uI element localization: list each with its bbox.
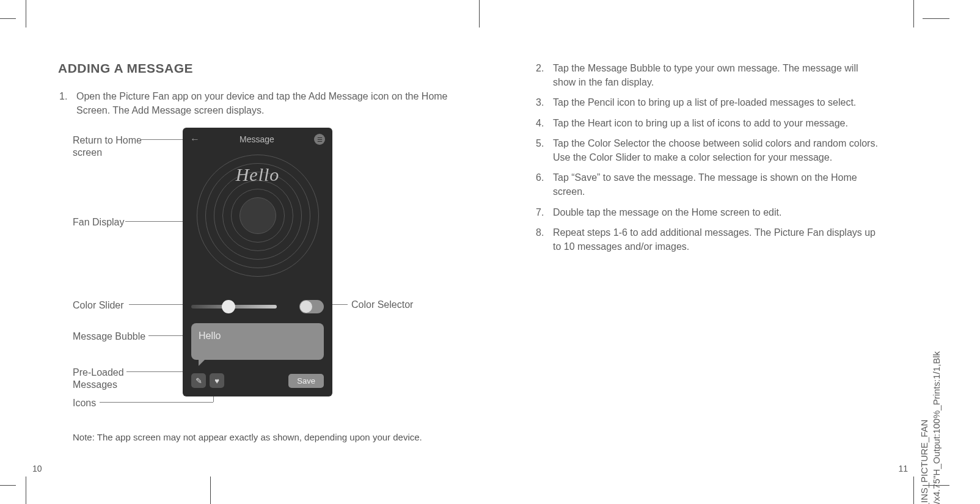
step-number: 7.: [535, 205, 553, 219]
save-button[interactable]: Save: [288, 374, 324, 388]
phone-bottom-row: ✎ ♥ Save: [191, 372, 324, 389]
step-number: 3.: [535, 95, 553, 109]
phone-mock: ← Message ☰ Hello Hello: [183, 128, 332, 396]
pencil-icon[interactable]: ✎: [191, 373, 206, 388]
leader-line: [125, 221, 191, 222]
list-icon[interactable]: ☰: [314, 134, 325, 145]
step-number: 6.: [535, 170, 553, 199]
instruction-item: 6.Tap “Save” to save the message. The me…: [535, 170, 880, 199]
heart-icon[interactable]: ♥: [210, 373, 224, 388]
instruction-item: 1. Open the Picture Fan app on your devi…: [58, 89, 476, 117]
callout-preloaded-messages: Pre-Loaded Messages: [73, 367, 164, 391]
step-text: Tap the Pencil icon to bring up a list o…: [553, 95, 880, 109]
print-id-line: Size:5"Wx4.75"H_Output:100%_Prints:1/1,B…: [931, 351, 943, 504]
step-number: 4.: [535, 116, 553, 130]
crop-mark: [0, 18, 16, 19]
section-heading: ADDING A MESSAGE: [58, 61, 476, 76]
annotated-screenshot: Return to Home screen Fan Display Color …: [73, 131, 476, 421]
phone-title: Message: [240, 134, 274, 144]
callout-return-home: Return to Home screen: [73, 134, 164, 159]
color-controls-row: [191, 299, 324, 314]
color-selector-toggle[interactable]: [299, 300, 324, 313]
slider-knob[interactable]: [222, 300, 235, 313]
message-bubble-text: Hello: [199, 331, 221, 341]
step-text: Repeat steps 1-6 to add additional messa…: [553, 225, 880, 254]
page-number: 11: [898, 464, 908, 473]
leader-line: [100, 402, 213, 403]
callout-message-bubble: Message Bubble: [73, 331, 145, 343]
instruction-item: 8.Repeat steps 1-6 to add additional mes…: [535, 225, 880, 254]
page-left: ADDING A MESSAGE 1. Open the Picture Fan…: [26, 18, 513, 486]
phone-header: ← Message ☰: [183, 128, 332, 151]
instruction-item: 2.Tap the Message Bubble to type your ow…: [535, 61, 880, 89]
step-number: 8.: [535, 225, 553, 254]
instruction-list: 2.Tap the Message Bubble to type your ow…: [535, 61, 880, 254]
step-number: 1.: [58, 89, 76, 117]
callout-color-slider: Color Slider: [73, 299, 124, 312]
leader-line: [129, 304, 191, 305]
instruction-list: 1. Open the Picture Fan app on your devi…: [58, 89, 476, 117]
crop-mark: [0, 485, 16, 486]
note-text: Note: The app screen may not appear exac…: [73, 432, 476, 442]
step-text: Tap the Heart icon to bring up a list of…: [553, 116, 880, 130]
instruction-item: 3.Tap the Pencil icon to bring up a list…: [535, 95, 880, 109]
step-text: Double tap the message on the Home scree…: [553, 205, 880, 219]
color-slider[interactable]: [191, 305, 277, 309]
crop-mark: [923, 18, 949, 19]
instruction-item: 7.Double tap the message on the Home scr…: [535, 205, 880, 219]
fan-display-text: Hello: [197, 164, 319, 185]
print-id-line: 322178_INS_PICTURE_FAN: [918, 351, 931, 504]
callout-icons: Icons: [73, 397, 96, 409]
fan-display-graphic: Hello: [197, 155, 319, 277]
step-number: 5.: [535, 136, 553, 164]
message-bubble-input[interactable]: Hello: [191, 323, 324, 360]
step-number: 2.: [535, 61, 553, 89]
instruction-item: 5.Tap the Color Selector the choose betw…: [535, 136, 880, 164]
page-right: 2.Tap the Message Bubble to type your ow…: [513, 18, 914, 486]
callout-fan-display: Fan Display: [73, 216, 124, 228]
step-text: Tap the Message Bubble to type your own …: [553, 61, 880, 89]
instruction-item: 4.Tap the Heart icon to bring up a list …: [535, 116, 880, 130]
back-arrow-icon[interactable]: ←: [190, 134, 200, 145]
page-number: 10: [32, 464, 42, 473]
step-text: Tap the Color Selector the choose betwee…: [553, 136, 880, 164]
callout-color-selector: Color Selector: [351, 299, 413, 310]
print-job-id: 322178_INS_PICTURE_FAN Size:5"Wx4.75"H_O…: [918, 351, 942, 504]
save-button-label: Save: [297, 376, 315, 385]
step-text: Tap “Save” to save the message. The mess…: [553, 170, 880, 199]
step-text: Open the Picture Fan app on your device …: [76, 89, 476, 117]
